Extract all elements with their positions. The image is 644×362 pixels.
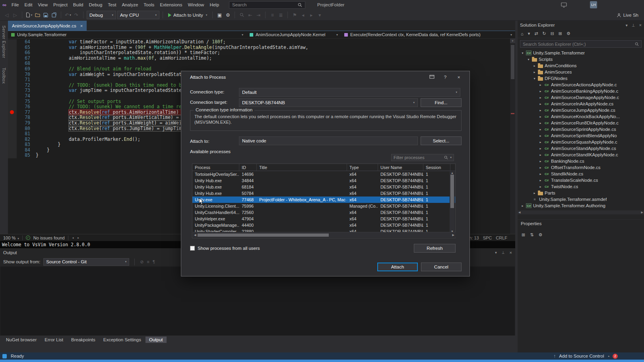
- breakpoint-margin[interactable]: [8, 56, 17, 61]
- zoom-level-select[interactable]: 100 % ▾: [3, 235, 19, 240]
- indentation-mode[interactable]: SPC: [483, 235, 492, 240]
- toolbar-overflow-icon[interactable]: ▾: [316, 12, 323, 19]
- process-row[interactable]: Unity.exe77468ProjectFolder - Whitebox_A…: [192, 197, 455, 203]
- add-to-source-control-button[interactable]: Add to Source Control: [559, 354, 604, 358]
- menu-view[interactable]: View: [35, 1, 50, 8]
- find-in-files-icon[interactable]: [238, 12, 245, 19]
- process-row[interactable]: UnityCrashHandler64...72560x64DESKTOP-5B…: [192, 209, 455, 216]
- switch-views-icon[interactable]: ▾: [528, 31, 530, 36]
- expander-icon[interactable]: ▸: [539, 90, 542, 93]
- close-icon[interactable]: ×: [639, 23, 642, 27]
- close-icon[interactable]: ×: [452, 75, 466, 80]
- menu-window[interactable]: Window: [185, 1, 207, 8]
- attach-to-input[interactable]: Native code: [239, 136, 418, 145]
- indent-icon[interactable]: ⇥: [255, 12, 262, 19]
- dialog-titlebar[interactable]: Attach to Process ? ×: [181, 71, 469, 83]
- tree-item[interactable]: ▸AnimConditions: [518, 62, 644, 69]
- menu-file[interactable]: File: [9, 1, 22, 8]
- bookmark-icon[interactable]: ⚑: [291, 12, 298, 19]
- expander-icon[interactable]: ▸: [539, 179, 542, 182]
- breadcrumb-segment[interactable]: AnimSourceJumpApplyNode.Kernel▾: [246, 31, 341, 38]
- tree-item[interactable]: ▸AnimSources: [518, 69, 644, 75]
- tree-item[interactable]: ▸C#AnimSourceBankingApplyNode.c: [518, 88, 644, 94]
- feedback-icon[interactable]: [2, 354, 7, 358]
- expander-icon[interactable]: ▸: [533, 70, 536, 74]
- tree-item[interactable]: ▸C#OffsetTransformNode.cs: [518, 164, 644, 171]
- redo-icon[interactable]: ↷: [73, 12, 80, 19]
- document-tab[interactable]: AnimSourceJumpApplyNode.cs ×: [8, 21, 87, 31]
- menu-project[interactable]: Project: [50, 1, 70, 8]
- property-pages-icon[interactable]: ⚙: [538, 232, 542, 237]
- menu-test[interactable]: Test: [105, 1, 119, 8]
- connection-target-select[interactable]: DESKTOP-5B744NB▾: [239, 98, 418, 107]
- close-icon[interactable]: ×: [80, 23, 83, 28]
- word-wrap-icon[interactable]: ≡: [147, 259, 149, 264]
- panel-tab-exception-settings[interactable]: Exception Settings: [100, 337, 145, 343]
- breakpoint-margin[interactable]: [8, 77, 17, 83]
- home-icon[interactable]: ⌂: [521, 31, 524, 36]
- solution-search-input[interactable]: Search Solution Explorer (Ctrl+;): [520, 40, 642, 48]
- expander-icon[interactable]: ▸: [539, 134, 542, 138]
- menu-analyze[interactable]: Analyze: [119, 1, 141, 8]
- outdent-icon[interactable]: ⇤: [246, 12, 254, 19]
- window-position-icon[interactable]: ▾: [626, 23, 628, 27]
- tree-item[interactable]: ▸C#TranslateScaleNode.cs: [518, 177, 644, 183]
- process-row[interactable]: Unity Hub.exe34844x64DESKTOP-5B744NB\L..…: [192, 177, 455, 184]
- tree-item[interactable]: ▸C#AnimSourceInAirApplyNode.cs: [518, 101, 644, 107]
- tree-item[interactable]: ▸C#AnimSourceStandApplyNode.cs: [518, 145, 644, 152]
- expander-icon[interactable]: ▸: [539, 128, 542, 131]
- collapse-all-icon[interactable]: ⊟: [551, 31, 554, 36]
- new-file-icon[interactable]: ▾: [25, 12, 33, 19]
- scroll-up-icon[interactable]: ▲: [451, 171, 454, 174]
- tree-item[interactable]: ▸C#AnimSourceKnockBackApplyNo...: [518, 113, 644, 120]
- tree-item[interactable]: ▸Parts: [518, 190, 644, 196]
- expander-icon[interactable]: ▸: [539, 153, 542, 157]
- breakpoint-margin[interactable]: [8, 115, 17, 121]
- navigate-back-icon[interactable]: ◁: [3, 12, 10, 19]
- comment-icon[interactable]: ≡: [269, 12, 276, 19]
- split-editor-icon[interactable]: +: [510, 39, 515, 44]
- tree-item[interactable]: ▸C#AnimSourceDamageApplyNode.c: [518, 94, 644, 101]
- tree-item[interactable]: ▸C#AnimSourceSprintApplyNode.cs: [518, 126, 644, 132]
- share-screen-icon[interactable]: [561, 2, 567, 8]
- editor-scrollbar[interactable]: +: [510, 39, 515, 234]
- scrollbar-thumb[interactable]: [511, 45, 514, 79]
- menu-extensions[interactable]: Extensions: [157, 1, 185, 8]
- breakpoint-margin[interactable]: [8, 66, 17, 72]
- breakpoint-margin[interactable]: [8, 148, 17, 153]
- tree-item[interactable]: ▸C#AnimSourceSquashApplyNode.c: [518, 139, 644, 145]
- next-issue-icon[interactable]: ▸: [78, 236, 79, 239]
- menu-edit[interactable]: Edit: [22, 1, 35, 8]
- table-horizontal-scrollbar[interactable]: ◀ ▶: [193, 232, 456, 237]
- tree-item[interactable]: ▸C#AnimSourceSprintBlendApplyNo: [518, 132, 644, 139]
- expander-icon[interactable]: ▸: [539, 109, 542, 112]
- breakpoint-margin[interactable]: [8, 50, 17, 56]
- issues-status[interactable]: No issues found: [33, 235, 65, 240]
- undo-icon[interactable]: ↶▾: [64, 12, 72, 19]
- breakpoint-margin[interactable]: [8, 104, 17, 110]
- panel-tab-error-list[interactable]: Error List: [41, 337, 67, 343]
- expander-icon[interactable]: ▾: [527, 58, 530, 61]
- tree-item[interactable]: ▸C#TwistNode.cs: [518, 183, 644, 190]
- scroll-right-icon[interactable]: ▶: [641, 211, 643, 214]
- menu-debug[interactable]: Debug: [86, 1, 105, 8]
- expander-icon[interactable]: ▸: [539, 160, 542, 163]
- pin-icon[interactable]: ⊥: [502, 251, 505, 255]
- column-header-session[interactable]: Session: [423, 164, 450, 171]
- tree-item[interactable]: ▸C#AnimSourceActionsApplyNode.c: [518, 82, 644, 88]
- platform-select[interactable]: Any CPU▾: [117, 11, 159, 19]
- expander-icon[interactable]: ▾: [533, 77, 536, 80]
- process-row[interactable]: Unity Hub.exe50784x64DESKTOP-5B744NB\L..…: [192, 190, 455, 197]
- expander-icon[interactable]: ▸: [539, 185, 542, 189]
- filter-processes-input[interactable]: Filter processes ▾: [391, 154, 454, 161]
- scroll-right-icon[interactable]: ▶: [452, 234, 454, 237]
- column-header-type[interactable]: Type: [347, 164, 378, 171]
- attach-to-unity-button[interactable]: Attach to Unity ▾: [166, 11, 209, 19]
- tree-item[interactable]: ▸C#Unity.Sample.Terraformer.Authoring: [518, 202, 644, 209]
- chevron-up-icon[interactable]: ▴: [608, 354, 609, 358]
- expander-icon[interactable]: ▸: [539, 115, 542, 119]
- tree-item[interactable]: ▸C#AnimSourceRun8DirApplyNode.c: [518, 120, 644, 126]
- clear-all-icon[interactable]: ⊘: [140, 259, 144, 265]
- pin-icon[interactable]: ⊥: [632, 23, 635, 27]
- tree-item[interactable]: ▾C#Unity.Sample.Terraformer: [518, 50, 644, 56]
